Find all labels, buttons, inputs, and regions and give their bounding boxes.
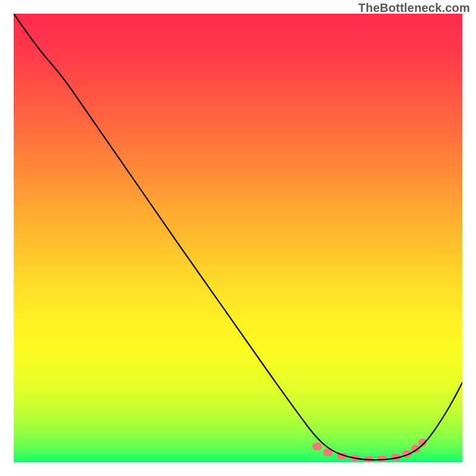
chart-svg: [14, 14, 462, 462]
optimal-band-markers: [312, 439, 427, 462]
bottleneck-curve: [14, 14, 462, 460]
watermark-text: TheBottleneck.com: [358, 1, 470, 15]
chart-stage: TheBottleneck.com: [0, 0, 476, 476]
svg-rect-0: [312, 443, 322, 450]
plot-area: [14, 14, 462, 462]
svg-rect-5: [377, 456, 387, 462]
